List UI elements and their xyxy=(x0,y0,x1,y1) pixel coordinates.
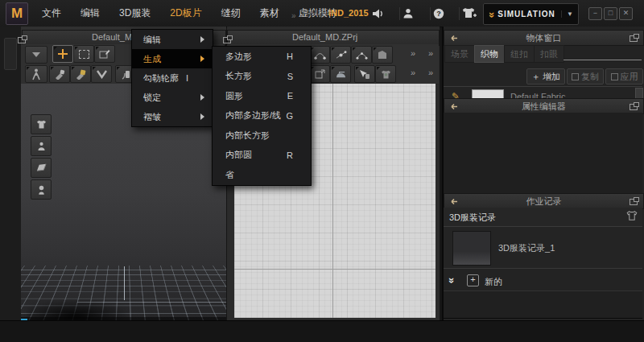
popup-window-icon[interactable] xyxy=(630,102,639,110)
submenu-arrow-icon xyxy=(200,36,204,43)
show-avatar-button[interactable] xyxy=(31,136,52,156)
shortcut-key: I xyxy=(186,73,188,83)
menu-item-edit[interactable]: 编辑 xyxy=(132,30,213,49)
add-fabric-button[interactable]: ＋增加 xyxy=(526,68,565,84)
menu-sewing[interactable]: 缝纫 xyxy=(212,6,250,20)
marquee-icon xyxy=(79,50,89,59)
greeting-text: Hello, xyxy=(303,8,325,18)
iron-tool-button[interactable] xyxy=(330,65,351,83)
submenu-item-rectangle[interactable]: 长方形S xyxy=(213,67,311,87)
show-mannequin-button[interactable] xyxy=(31,179,52,200)
edit-curvature-tool-button[interactable] xyxy=(351,46,372,64)
add-garment-icon[interactable] xyxy=(460,6,475,19)
menu-item-pleats[interactable]: 褶皱 xyxy=(132,107,213,126)
dock-pin-icon[interactable] xyxy=(448,34,458,43)
2d-window-titlebar[interactable]: Default_MD.ZPrj xyxy=(227,30,440,46)
toolbar-overflow-icon[interactable]: » xyxy=(428,48,432,58)
add-record-icon[interactable]: + xyxy=(467,274,479,286)
menu-item-create[interactable]: 生成 xyxy=(132,49,213,68)
toolbar-collapse-button[interactable] xyxy=(25,46,47,64)
pin-icon xyxy=(54,69,65,80)
chevron-down-icon[interactable]: ▼ xyxy=(561,10,578,18)
transform-pattern-tool-button[interactable] xyxy=(309,65,330,83)
top-menu-bar: M 文件 编辑 3D服装 2D板片 缝纫 素材 虚拟模特 » Hello, iN… xyxy=(0,0,644,27)
topbar-divider xyxy=(399,7,400,20)
dock-pin-icon[interactable] xyxy=(448,102,458,111)
tab-scene[interactable]: 场景 xyxy=(444,45,475,63)
popup-window-icon[interactable] xyxy=(18,35,27,43)
shortcut-key: H xyxy=(287,52,293,61)
app-logo[interactable]: M xyxy=(6,2,28,25)
grab-fabric-icon xyxy=(120,69,131,80)
job-history-header[interactable]: 作业记录 xyxy=(444,193,644,209)
fold-tool-button[interactable] xyxy=(91,65,112,83)
submenu-item-internal-rectangle[interactable]: 内部长方形 xyxy=(213,126,311,146)
add-point-tool-button[interactable] xyxy=(330,46,351,64)
pattern-outline-tool-button[interactable] xyxy=(372,46,393,64)
tab-buttonhole[interactable]: 扣眼 xyxy=(534,45,564,63)
record-thumbnail xyxy=(452,231,491,266)
simulation-button[interactable]: » SIMULATION ▼ xyxy=(483,3,579,25)
user-icon[interactable] xyxy=(402,7,416,20)
copy-fabric-button[interactable]: 复制 xyxy=(567,68,604,84)
property-editor-header[interactable]: 属性编辑器 xyxy=(444,98,644,114)
box-pen-icon xyxy=(99,49,110,59)
texture-tool-button[interactable] xyxy=(375,65,396,83)
bottom-strip xyxy=(0,320,644,342)
avatar-display-button[interactable] xyxy=(25,65,47,83)
submenu-item-dart[interactable]: 省 xyxy=(213,165,311,185)
submenu-item-polygon[interactable]: 多边形H xyxy=(213,47,311,67)
menu-material[interactable]: 素材 xyxy=(250,6,289,20)
shortcut-key: E xyxy=(287,91,293,101)
menu-item-lock[interactable]: 锁定 xyxy=(132,88,213,107)
submenu-item-internal-polygon[interactable]: 内部多边形/线G xyxy=(213,106,311,126)
move-pattern-tool-button[interactable] xyxy=(354,65,375,83)
garment-record-label: 3D服装记录 xyxy=(449,212,496,224)
toolbar-overflow-icon[interactable]: » xyxy=(428,68,432,77)
popup-window-icon[interactable] xyxy=(223,35,233,43)
record-name: 3D服装记录_1 xyxy=(498,242,555,254)
minimize-button[interactable]: − xyxy=(588,7,602,20)
box-edit-tool-button[interactable] xyxy=(94,45,115,63)
toolbar-overflow-icon[interactable]: » xyxy=(411,68,415,77)
collapsed-panel-tab[interactable] xyxy=(4,38,17,70)
shortcut-key: S xyxy=(287,72,293,81)
dock-pin-icon[interactable] xyxy=(448,197,458,206)
apply-fabric-button[interactable]: 应用 xyxy=(605,68,643,84)
tab-button[interactable]: 纽扣 xyxy=(504,45,535,63)
close-button[interactable]: ✕ xyxy=(619,7,633,20)
menu-2d-pattern[interactable]: 2D板片 xyxy=(160,6,211,20)
speaker-icon[interactable] xyxy=(371,7,386,20)
toolbar-overflow-icon[interactable]: » xyxy=(411,48,415,58)
edit-curve-tool-button[interactable] xyxy=(309,46,330,64)
popup-window-icon[interactable] xyxy=(630,34,639,42)
menu-edit[interactable]: 编辑 xyxy=(71,6,109,20)
object-window-header[interactable]: 物体窗口 xyxy=(444,30,644,46)
help-icon[interactable]: ? xyxy=(432,7,447,20)
menu-item-trace[interactable]: 勾勒轮廓I xyxy=(132,68,213,88)
show-fabric-button[interactable] xyxy=(31,158,52,178)
rect-select-tool-button[interactable] xyxy=(73,45,94,63)
menu-3d-garment[interactable]: 3D服装 xyxy=(109,6,160,20)
bezier-icon xyxy=(356,50,368,60)
avatar-icon xyxy=(36,141,47,152)
submenu-item-internal-circle[interactable]: 内部圆R xyxy=(213,146,311,166)
maximize-button[interactable]: □ xyxy=(604,7,617,20)
menu-file[interactable]: 文件 xyxy=(32,6,71,20)
menu-overflow-icon[interactable]: » xyxy=(291,11,296,20)
apply-icon xyxy=(611,73,618,80)
simulation-chevron-icon: » xyxy=(486,12,498,16)
popup-window-icon[interactable] xyxy=(630,197,639,205)
tab-fabric[interactable]: 织物 xyxy=(474,45,505,63)
record-item[interactable]: 3D服装记录_1 xyxy=(444,227,642,269)
fabric-icon xyxy=(35,163,47,173)
garment-record-shirt-icon[interactable] xyxy=(625,210,638,223)
pin-box-tool-button[interactable] xyxy=(70,65,91,83)
2d-window-title: Default_MD.ZPrj xyxy=(292,31,357,44)
pin-tool-button[interactable] xyxy=(49,65,70,83)
move-tool-button[interactable] xyxy=(52,45,73,63)
expand-double-chevron-icon[interactable]: » xyxy=(446,278,458,282)
submenu-item-circle[interactable]: 圆形E xyxy=(213,86,311,106)
show-garment-button[interactable] xyxy=(31,114,52,134)
new-record-row[interactable]: » + 新的 xyxy=(444,268,642,290)
